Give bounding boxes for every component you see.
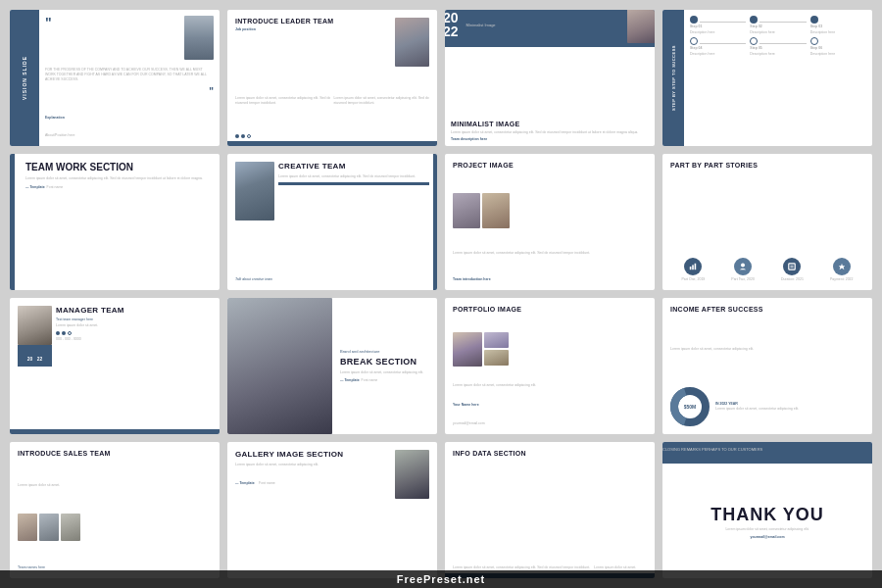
manager-accent-bottom xyxy=(10,429,220,434)
step-05: Step 05 Description here xyxy=(750,37,806,56)
manager-content: MANAGER TEAM Text team manager here Lore… xyxy=(56,306,212,367)
part-item-2: Part Two, 2020 xyxy=(731,258,754,282)
part-item-4: Payment: 2022 xyxy=(830,258,854,282)
sales-photo-3 xyxy=(61,514,80,541)
donut-amount: $50M xyxy=(670,387,710,426)
step-06: Step 06 Description here xyxy=(810,37,866,56)
svg-rect-0 xyxy=(690,267,692,270)
creative-photo xyxy=(235,162,274,220)
slide-step-by-step[interactable]: STEP BY STEP TO SUCCESS Step 01 Descript… xyxy=(662,10,872,146)
leader-text: INTRODUCE LEADER TEAM Job position xyxy=(235,18,391,32)
vision-sublabel: Explanation About/Position here xyxy=(45,105,214,140)
part-item-3: Duration: 2021 xyxy=(781,258,804,282)
svg-point-3 xyxy=(741,264,745,268)
slide-2022-minimalist[interactable]: 20 22 Minimalist Image MINIMALIST IMAGE … xyxy=(445,10,655,146)
sales-photo-1 xyxy=(18,514,37,541)
project-photo-2 xyxy=(482,193,510,228)
slide-thank-you[interactable]: CLOSING REMARKS PERHAPS TO OUR CUSTOMERS… xyxy=(662,442,872,578)
step-row-1: Step 01 Description here Step 02 Descrip… xyxy=(690,16,866,34)
gallery-footer: — Template Font name xyxy=(235,470,391,488)
sales-photo-2 xyxy=(39,514,59,541)
minimalist-content: MINIMALIST IMAGE Lorem ipsum dolor sit a… xyxy=(445,117,655,146)
gallery-photo-area xyxy=(395,450,429,499)
teamwork-content: TEAM WORK SECTION Lorem ipsum dolor sit … xyxy=(18,162,212,189)
sales-photos xyxy=(18,514,212,541)
vision-content: " FOR THE PROGRESS OF THE COMPANY AND TO… xyxy=(39,10,220,146)
portfolio-photo-2 xyxy=(484,332,509,348)
vision-sidebar: VISION SLIDE xyxy=(10,10,39,146)
svg-rect-1 xyxy=(693,266,695,270)
leader-photo xyxy=(395,18,429,67)
part-icon-4 xyxy=(833,258,851,275)
creative-content: CREATIVE TEAM Lorem ipsum dolor sit amet… xyxy=(278,162,429,220)
creative-layout: CREATIVE TEAM Lorem ipsum dolor sit amet… xyxy=(235,162,429,220)
slide-break-section[interactable]: Brand and architecture BREAK SECTION Lor… xyxy=(227,298,437,434)
part-icon-2 xyxy=(734,258,752,275)
portfolio-photo-3 xyxy=(484,350,509,366)
year-header: 20 22 Minimalist Image xyxy=(445,10,655,47)
leader-dots xyxy=(235,134,429,138)
step-row-2: Step 04 Description here Step 05 Descrip… xyxy=(690,37,866,56)
teamwork-footer: — Template Font name xyxy=(25,185,212,190)
part-icon-1 xyxy=(684,258,702,275)
portfolio-photo-main xyxy=(453,332,482,367)
slide-part-by-part[interactable]: PART BY PART STORIES Part One, 2019 Part… xyxy=(662,154,872,290)
slide-portfolio[interactable]: PORTFOLIO IMAGE Lorem ipsum dolor sit am… xyxy=(445,298,655,434)
slide-vision[interactable]: VISION SLIDE " FOR THE PROGRESS OF THE C… xyxy=(10,10,220,146)
manager-photo xyxy=(18,306,52,345)
slide-income[interactable]: INCOME AFTER SUCCESS Lorem ipsum dolor s… xyxy=(662,298,872,434)
svg-rect-2 xyxy=(695,264,697,270)
project-photo-1 xyxy=(453,193,480,228)
teamwork-accent-bar xyxy=(10,154,15,290)
break-content: Brand and architecture BREAK SECTION Lor… xyxy=(332,298,437,434)
break-footer: — Template Font name xyxy=(340,378,429,383)
slide-project-image[interactable]: PROJECT IMAGE Lorem ipsum dolor sit amet… xyxy=(445,154,655,290)
vision-body: FOR THE PROGRESS OF THE COMPANY AND TO A… xyxy=(45,68,214,81)
year-block: 20 22 xyxy=(445,11,459,38)
step-sidebar: STEP BY STEP TO SUCCESS xyxy=(662,10,684,146)
break-layout: Brand and architecture BREAK SECTION Lor… xyxy=(227,298,437,434)
portfolio-photos xyxy=(453,332,647,367)
project-photos xyxy=(453,193,647,228)
thank-content: THANK YOU Lorem ipsum dolor sit amet, co… xyxy=(662,467,872,578)
step-content: Step 01 Description here Step 02 Descrip… xyxy=(684,10,872,146)
slide-introduce-leader[interactable]: INTRODUCE LEADER TEAM Job position Lorem… xyxy=(227,10,437,146)
income-donut-chart: $50M xyxy=(670,387,710,426)
svg-rect-4 xyxy=(789,264,795,270)
slide-creative-team[interactable]: CREATIVE TEAM Lorem ipsum dolor sit amet… xyxy=(227,154,437,290)
break-photo xyxy=(227,298,332,434)
slides-grid: VISION SLIDE " FOR THE PROGRESS OF THE C… xyxy=(10,10,872,578)
minimalist-photo xyxy=(627,10,655,43)
watermark-bar: FreePreset.net xyxy=(0,570,882,588)
gallery-content: GALLERY IMAGE SECTION Lorem ipsum dolor … xyxy=(235,450,391,499)
quote-close: " xyxy=(209,87,214,97)
portfolio-photos-small xyxy=(484,332,509,367)
step-02: Step 02 Description here xyxy=(750,16,806,34)
year-subtitle: Minimalist Image xyxy=(466,23,623,27)
part-icon-3 xyxy=(783,258,801,275)
thank-blue-bar: CLOSING REMARKS PERHAPS TO OUR CUSTOMERS xyxy=(662,442,872,464)
leader-header: INTRODUCE LEADER TEAM Job position xyxy=(235,18,429,67)
step-04: Step 04 Description here xyxy=(690,37,746,56)
gallery-layout: GALLERY IMAGE SECTION Lorem ipsum dolor … xyxy=(235,450,429,499)
creative-right-bar xyxy=(433,154,437,290)
manager-year-block: 20 22 xyxy=(18,345,52,367)
slide-gallery[interactable]: GALLERY IMAGE SECTION Lorem ipsum dolor … xyxy=(227,442,437,578)
manager-year-photo: 20 22 xyxy=(18,306,52,367)
slide-sales-team[interactable]: INTRODUCE SALES TEAM Lorem ipsum dolor s… xyxy=(10,442,220,578)
quote-open: " xyxy=(45,16,52,29)
part-items: Part One, 2019 Part Two, 2020 Duration: … xyxy=(670,258,864,282)
part-item-1: Part One, 2019 xyxy=(682,258,706,282)
income-year-label: IN 2022 YEAR Lorem ipsum dolor sit amet,… xyxy=(715,402,864,411)
slide-info-data[interactable]: INFO DATA SECTION Lorem ipsum dolor sit … xyxy=(445,442,655,578)
income-chart-area: $50M IN 2022 YEAR Lorem ipsum dolor sit … xyxy=(670,387,864,426)
vision-photo xyxy=(184,16,214,60)
manager-layout: 20 22 MANAGER TEAM Text team manager her… xyxy=(18,306,212,367)
slide-manager-team[interactable]: 20 22 MANAGER TEAM Text team manager her… xyxy=(10,298,220,434)
accent-bottom xyxy=(227,141,437,146)
leader-body: Lorem ipsum dolor sit amet, consectetur … xyxy=(235,96,429,105)
manager-dots xyxy=(56,331,212,335)
gallery-photo xyxy=(395,450,429,499)
step-01: Step 01 Description here xyxy=(690,16,746,34)
slide-teamwork[interactable]: TEAM WORK SECTION Lorem ipsum dolor sit … xyxy=(10,154,220,290)
